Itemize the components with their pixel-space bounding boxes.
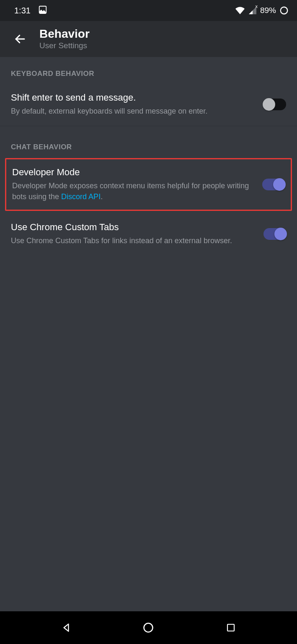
settings-content: KEYBOARD BEHAVIOR Shift enter to send a … (0, 57, 297, 611)
nav-home-button[interactable] (140, 619, 157, 636)
setting-title: Use Chrome Custom Tabs (11, 222, 255, 233)
triangle-back-icon (61, 621, 72, 634)
nav-back-button[interactable] (58, 619, 75, 636)
arrow-left-icon (14, 33, 26, 45)
toggle-shift-enter[interactable] (263, 99, 286, 110)
setting-chrome-custom-tabs[interactable]: Use Chrome Custom Tabs Use Chrome Custom… (0, 213, 297, 255)
back-button[interactable] (13, 31, 28, 47)
circle-home-icon (142, 622, 154, 634)
page-subtitle: User Settings (39, 41, 90, 50)
data-saver-icon (279, 6, 289, 15)
battery-text: 89% (260, 6, 276, 15)
nav-recent-button[interactable] (222, 619, 239, 636)
app-header: Behavior User Settings (0, 21, 297, 57)
setting-developer-mode[interactable]: Developer Mode Developer Mode exposes co… (5, 158, 292, 211)
square-recent-icon (226, 623, 236, 633)
cell-signal-icon: x (248, 6, 257, 15)
setting-description: By default, external keyboards will send… (11, 106, 255, 117)
status-bar: 1:31 x 89% (0, 0, 297, 21)
page-title: Behavior (39, 28, 90, 41)
setting-description: Developer Mode exposes context menu item… (12, 180, 254, 202)
svg-point-3 (144, 623, 153, 632)
setting-description: Use Chrome Custom Tabs for links instead… (11, 235, 255, 246)
section-chat-behavior: CHAT BEHAVIOR (0, 130, 297, 156)
setting-shift-enter[interactable]: Shift enter to send a message. By defaul… (0, 83, 297, 126)
wifi-icon (235, 6, 245, 15)
svg-rect-4 (227, 624, 234, 631)
setting-title: Shift enter to send a message. (11, 92, 255, 103)
image-icon (38, 5, 47, 16)
status-time: 1:31 (14, 6, 31, 16)
section-keyboard-behavior: KEYBOARD BEHAVIOR (0, 57, 297, 83)
setting-title: Developer Mode (12, 167, 254, 178)
discord-api-link[interactable]: Discord API (61, 192, 101, 201)
toggle-developer-mode[interactable] (262, 179, 285, 190)
toggle-chrome-custom-tabs[interactable] (263, 228, 286, 240)
android-nav-bar (0, 611, 297, 644)
